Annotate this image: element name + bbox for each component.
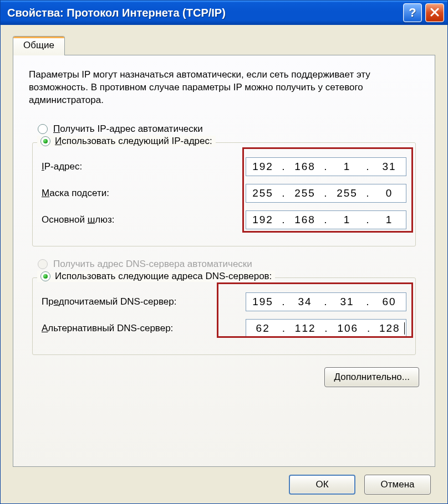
dialog-buttons: ОК Отмена [13, 467, 435, 495]
titlebar[interactable]: Свойства: Протокол Интернета (TCP/IP) ? [1, 1, 447, 25]
close-icon [430, 6, 439, 20]
tab-strip: Общие [13, 36, 435, 55]
dialog-window: Свойства: Протокол Интернета (TCP/IP) ? … [0, 0, 448, 504]
input-alternate-dns[interactable]: 62. 112. 106. 128 [246, 319, 406, 338]
label-ip: IP-адрес: [42, 161, 82, 172]
cancel-button[interactable]: Отмена [364, 475, 431, 495]
radio-auto-ip[interactable]: Получить IP-адрес автоматически [38, 124, 419, 135]
radio-auto-ip-label: Получить IP-адрес автоматически [53, 124, 203, 135]
radio-icon [40, 136, 50, 146]
radio-auto-dns-label: Получить адрес DNS-сервера автоматически [53, 259, 252, 270]
label-alt-dns: Альтернативный DNS-сервер: [42, 323, 173, 334]
label-mask: Маска подсети: [42, 188, 109, 199]
ok-button[interactable]: ОК [289, 475, 355, 495]
radio-manual-dns-label: Использовать следующие адреса DNS-сервер… [55, 271, 272, 282]
row-ip: IP-адрес: 192. 168. 1. 31 [42, 157, 406, 176]
client-area: Общие Параметры IP могут назначаться авт… [1, 25, 447, 503]
radio-icon [38, 124, 48, 134]
radio-manual-ip-label: Использовать следующий IP-адрес: [55, 136, 212, 147]
input-default-gateway[interactable]: 192. 168. 1. 1 [246, 210, 406, 229]
window-title: Свойства: Протокол Интернета (TCP/IP) [7, 7, 403, 19]
input-preferred-dns[interactable]: 195. 34. 31. 60 [246, 292, 406, 311]
radio-manual-dns[interactable]: Использовать следующие адреса DNS-сервер… [37, 271, 275, 282]
radio-icon [38, 259, 48, 269]
input-subnet-mask[interactable]: 255. 255. 255. 0 [246, 184, 406, 203]
row-alt-dns: Альтернативный DNS-сервер: 62. 112. 106.… [42, 319, 406, 338]
fieldset-manual-dns: Использовать следующие адреса DNS-сервер… [32, 277, 416, 355]
advanced-row: Дополнительно... [29, 367, 419, 387]
close-button[interactable] [425, 3, 444, 22]
tab-general-label: Общие [23, 40, 54, 50]
radio-auto-dns: Получить адрес DNS-сервера автоматически [38, 259, 419, 270]
radio-manual-ip[interactable]: Использовать следующий IP-адрес: [37, 136, 216, 147]
row-gateway: Основной шлюз: 192. 168. 1. 1 [42, 210, 406, 229]
label-pref-dns: Предпочитаемый DNS-сервер: [42, 296, 176, 307]
tab-panel: Параметры IP могут назначаться автоматич… [13, 55, 435, 467]
help-icon: ? [409, 6, 416, 20]
help-button[interactable]: ? [403, 3, 422, 22]
description-text: Параметры IP могут назначаться автоматич… [29, 69, 419, 107]
label-gateway: Основной шлюз: [42, 214, 115, 225]
row-pref-dns: Предпочитаемый DNS-сервер: 195. 34. 31. … [42, 292, 406, 311]
input-ip-address[interactable]: 192. 168. 1. 31 [246, 157, 406, 176]
fieldset-manual-ip: Использовать следующий IP-адрес: IP-адре… [32, 142, 416, 246]
radio-icon [40, 271, 50, 281]
row-mask: Маска подсети: 255. 255. 255. 0 [42, 184, 406, 203]
advanced-button[interactable]: Дополнительно... [324, 367, 419, 387]
tab-general[interactable]: Общие [13, 36, 65, 55]
